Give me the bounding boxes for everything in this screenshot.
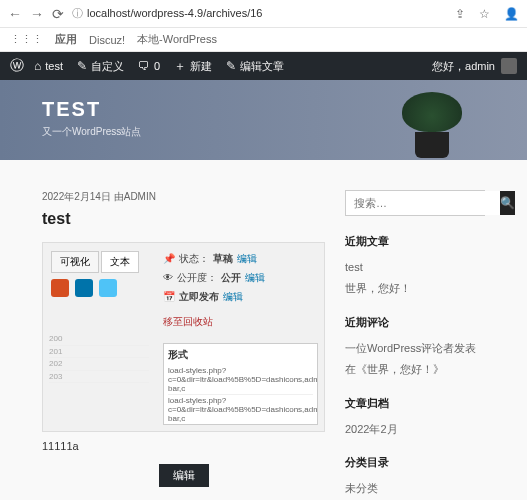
wp-admin-bar: ⓦ ⌂test ✎自定义 🗨0 ＋新建 ✎编辑文章 您好，admin (0, 52, 527, 80)
post-body: 11111a (42, 440, 325, 452)
media-icon[interactable] (51, 279, 69, 297)
post-title: test (42, 210, 325, 228)
sidebar-widget: 文章归档2022年2月 (345, 396, 485, 440)
profile-icon[interactable]: 👤 (504, 7, 519, 21)
share-icon[interactable]: ⇪ (455, 7, 465, 21)
comments-link[interactable]: 🗨0 (138, 59, 160, 73)
cloud-icon[interactable] (99, 279, 117, 297)
widget-item[interactable]: 世界，您好！ (345, 278, 485, 299)
sidebar-widget: 分类目录未分类 (345, 455, 485, 499)
publish-panel: 📌状态： 草稿 编辑 👁公开度： 公开 编辑 📅立即发布 编辑 移至回收站 (163, 249, 265, 331)
search-button[interactable]: 🔍 (500, 191, 515, 215)
browser-address-bar: ← → ⟳ ⓘlocalhost/wordpress-4.9/archives/… (0, 0, 527, 28)
apps-icon[interactable]: ⋮⋮⋮ (10, 33, 43, 46)
post-meta: 2022年2月14日 由ADMIN (42, 190, 325, 204)
bookmark-item[interactable]: Discuz! (89, 34, 125, 46)
network-row[interactable]: load-styles.php?c=0&dir=ltr&load%5B%5D=d… (168, 395, 313, 425)
trash-link[interactable]: 移至回收站 (163, 312, 265, 331)
site-header: TEST 又一个WordPress站点 (0, 80, 527, 160)
widget-item[interactable]: 一位WordPress评论者发表在《世界，您好！》 (345, 338, 485, 380)
bookmark-bar: ⋮⋮⋮ 应用 Discuz! 本地-WordPress (0, 28, 527, 52)
widget-item[interactable]: 未分类 (345, 478, 485, 499)
edit-visibility-link[interactable]: 编辑 (245, 268, 265, 287)
sidebar-widget: 近期文章test世界，您好！ (345, 234, 485, 299)
widget-item[interactable]: 2022年2月 (345, 419, 485, 440)
edit-date-link[interactable]: 编辑 (223, 287, 243, 306)
search-input[interactable] (346, 191, 500, 215)
tab-text[interactable]: 文本 (101, 251, 139, 273)
greeting-text[interactable]: 您好，admin (432, 59, 495, 74)
calendar-icon: 📅 (163, 287, 175, 306)
network-row[interactable]: load-styles.php?c=0&dir=ltr&load%5B%5D=d… (168, 365, 313, 395)
bookmarks-label: 应用 (55, 32, 77, 47)
main-column: 2022年2月14日 由ADMIN test 可视化 文本 📌状态： 草稿 编辑… (42, 190, 325, 470)
new-content-link[interactable]: ＋新建 (174, 58, 212, 75)
edit-button[interactable]: 编辑 (159, 464, 209, 487)
reload-button[interactable]: ⟳ (52, 6, 64, 22)
post-footer: 编辑 (42, 464, 325, 487)
customize-link[interactable]: ✎自定义 (77, 59, 124, 74)
bookmark-item[interactable]: 本地-WordPress (137, 32, 217, 47)
search-widget: 🔍 (345, 190, 485, 216)
widget-title: 文章归档 (345, 396, 485, 411)
pin-icon: 📌 (163, 249, 175, 268)
url-field[interactable]: ⓘlocalhost/wordpress-4.9/archives/16 (72, 6, 441, 21)
plus-icon: ＋ (174, 58, 186, 75)
comment-icon: 🗨 (138, 59, 150, 73)
brush-icon: ✎ (77, 59, 87, 73)
attach-icon[interactable] (75, 279, 93, 297)
widget-title: 近期文章 (345, 234, 485, 249)
pencil-icon: ✎ (226, 59, 236, 73)
widget-item[interactable]: test (345, 257, 485, 278)
sidebar: 🔍 近期文章test世界，您好！近期评论一位WordPress评论者发表在《世界… (345, 190, 485, 470)
edit-post-link[interactable]: ✎编辑文章 (226, 59, 284, 74)
line-numbers: 200201202203 (49, 333, 149, 383)
search-icon: 🔍 (500, 196, 515, 210)
edit-status-link[interactable]: 编辑 (237, 249, 257, 268)
user-avatar[interactable] (501, 58, 517, 74)
back-button[interactable]: ← (8, 6, 22, 22)
site-name-link[interactable]: ⌂test (34, 59, 63, 73)
forward-button[interactable]: → (30, 6, 44, 22)
widget-title: 分类目录 (345, 455, 485, 470)
editor-preview: 可视化 文本 📌状态： 草稿 编辑 👁公开度： 公开 编辑 📅立即发布 编辑 移… (42, 242, 325, 432)
star-icon[interactable]: ☆ (479, 7, 490, 21)
wp-logo-icon[interactable]: ⓦ (10, 57, 24, 75)
content-area: 2022年2月14日 由ADMIN test 可视化 文本 📌状态： 草稿 编辑… (0, 160, 527, 500)
home-icon: ⌂ (34, 59, 41, 73)
header-image-plant (397, 88, 467, 158)
network-panel: 形式 load-styles.php?c=0&dir=ltr&load%5B%5… (163, 343, 318, 425)
widget-title: 近期评论 (345, 315, 485, 330)
eye-icon: 👁 (163, 268, 173, 287)
sidebar-widget: 近期评论一位WordPress评论者发表在《世界，您好！》 (345, 315, 485, 380)
styles-header: 形式 (168, 348, 313, 362)
tab-visual[interactable]: 可视化 (51, 251, 99, 273)
